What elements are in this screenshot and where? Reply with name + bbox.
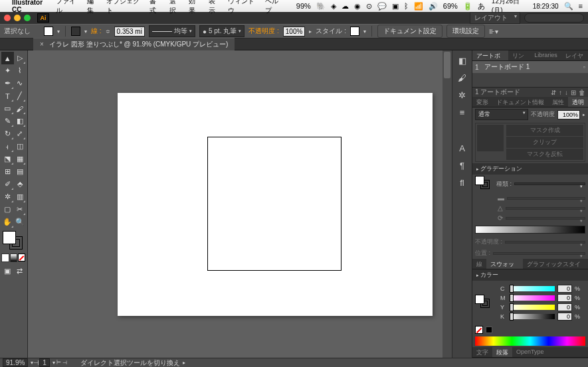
new-artboard-icon[interactable]: ⊞ — [571, 89, 576, 96]
brush-picker[interactable]: ●5 pt. 丸筆▾ — [199, 25, 245, 37]
shape-builder-tool[interactable]: ⬔ — [1, 153, 14, 165]
eraser-tool[interactable]: ◧ — [14, 115, 27, 127]
mesh-tool[interactable]: ⊞ — [1, 165, 14, 178]
move-down-icon[interactable]: ↓ — [565, 89, 568, 96]
spotlight-icon[interactable]: 🔍 — [564, 2, 573, 11]
dropbox-icon[interactable]: ◈ — [331, 2, 336, 11]
chat-icon[interactable]: ◉ — [354, 2, 361, 11]
magic-wand-tool[interactable]: ✦ — [1, 64, 14, 77]
yellow-slider[interactable] — [510, 305, 555, 310]
canvas[interactable] — [28, 50, 452, 358]
magenta-value[interactable]: 0 — [557, 294, 572, 302]
color-mode-icon[interactable] — [1, 254, 9, 262]
color-panel-header[interactable]: カラー — [472, 269, 588, 281]
brush-tool[interactable]: 🖌 — [14, 102, 27, 115]
artboard-tool[interactable]: ▢ — [1, 203, 14, 216]
opacity-value[interactable]: 100% — [557, 110, 580, 119]
sync-icon[interactable]: ⊙ — [366, 2, 372, 11]
char-panel-icon[interactable]: A — [456, 142, 469, 154]
ime-icon[interactable]: あ — [478, 1, 485, 11]
shaper-tool[interactable]: ✎ — [1, 115, 14, 127]
scale-tool[interactable]: ⤢ — [14, 127, 27, 140]
tab-graphic-styles[interactable]: グラフィックスタイル — [523, 259, 588, 269]
graph-tool[interactable]: ▥ — [14, 190, 27, 203]
artboard-row[interactable]: 1 アートボード 1 ▫ — [472, 61, 588, 73]
zoom-window[interactable] — [24, 15, 31, 21]
fill-stroke-control[interactable] — [1, 231, 26, 252]
gradient-fillstroke[interactable] — [475, 176, 494, 192]
black-swatch-icon[interactable] — [486, 327, 492, 333]
paragraph-panel-icon[interactable]: ¶ — [456, 159, 469, 171]
stroke-profile[interactable]: 均等▾ — [149, 25, 195, 37]
none-color-icon[interactable] — [475, 326, 483, 334]
blend-mode-select[interactable]: 通常 — [475, 109, 528, 120]
tab-transparency[interactable]: 透明 — [568, 97, 588, 107]
menu-edit[interactable]: 編集 — [87, 0, 99, 15]
brushes-panel-icon[interactable]: 🖌 — [456, 72, 469, 84]
zoom-field[interactable]: 91.9% — [3, 358, 28, 367]
symbol-sprayer-tool[interactable]: ✲ — [1, 190, 14, 203]
tab-docinfo[interactable]: ドキュメント情報 — [492, 97, 548, 107]
artboard-options-icon[interactable]: ▫ — [583, 64, 585, 70]
document-tab[interactable]: × イラレ 図形 塗りつぶし* @ 91.9% (CMYK/GPU プレビュー) — [33, 38, 235, 50]
tab-swatches[interactable]: スウォッチ — [486, 259, 523, 269]
rotate-tool[interactable]: ↻ — [1, 127, 14, 140]
tab-stroke[interactable]: 線 — [472, 259, 486, 269]
vertical-scrollbar[interactable] — [442, 50, 452, 358]
line-icon[interactable]: 💬 — [377, 2, 387, 11]
yellow-value[interactable]: 0 — [557, 303, 572, 311]
type-tool[interactable]: T — [1, 90, 14, 102]
workspace-switcher[interactable]: レイアウト — [470, 12, 520, 24]
menu-file[interactable]: ファイル — [56, 0, 79, 15]
stroke-weight-field[interactable]: 0.353 mi — [114, 27, 145, 37]
app-name[interactable]: Illustrator CC — [12, 0, 49, 13]
gradient-mode-icon[interactable] — [10, 254, 18, 262]
symbols-panel-icon[interactable]: ✲ — [456, 89, 469, 101]
cyan-value[interactable]: 0 — [557, 285, 572, 293]
rearrange-icon[interactable]: ⇵ — [551, 89, 556, 96]
menu-help[interactable]: ヘルプ — [265, 0, 282, 15]
minimize-window[interactable] — [14, 15, 21, 21]
gradient-type-select[interactable] — [514, 183, 585, 185]
color-guide-icon[interactable]: ◧ — [456, 54, 469, 66]
menu-effect[interactable]: 効果 — [189, 0, 201, 15]
menu-icon[interactable]: ≡ — [579, 2, 583, 10]
search-field[interactable] — [524, 13, 584, 23]
close-window[interactable] — [4, 15, 11, 21]
move-up-icon[interactable]: ↑ — [559, 89, 562, 96]
tab-transform[interactable]: 変形 — [472, 97, 492, 107]
zoom-tool[interactable]: 🔍 — [14, 216, 27, 228]
page-field[interactable]: 1 — [39, 358, 50, 367]
line-tool[interactable]: ╱ — [14, 90, 27, 102]
black-slider[interactable] — [510, 314, 555, 319]
bluetooth-icon[interactable]: ᛒ — [404, 2, 409, 10]
doc-setup-button[interactable]: ドキュメント設定 — [377, 25, 442, 38]
perspective-tool[interactable]: ▦ — [14, 153, 27, 165]
screen-mode-toggle[interactable]: ⇄ — [14, 265, 27, 277]
slice-tool[interactable]: ✂ — [14, 203, 27, 216]
wifi-icon[interactable]: 📶 — [414, 2, 423, 11]
magenta-slider[interactable] — [510, 295, 555, 301]
eyedropper-tool[interactable]: ✐ — [1, 178, 14, 190]
style-swatch[interactable] — [350, 27, 359, 36]
gradient-tool[interactable]: ▤ — [14, 165, 27, 178]
camera-icon[interactable]: ▣ — [392, 2, 399, 11]
black-value[interactable]: 0 — [557, 313, 572, 321]
stroke-swatch[interactable] — [71, 27, 80, 36]
volume-icon[interactable]: 🔊 — [429, 2, 438, 11]
menu-view[interactable]: 表示 — [209, 0, 221, 15]
rectangle-shape[interactable] — [207, 137, 342, 271]
rectangle-tool[interactable]: ▭ — [1, 102, 14, 115]
width-tool[interactable]: ⫞ — [1, 140, 14, 153]
gradient-ramp[interactable] — [475, 226, 585, 234]
blend-tool[interactable]: ⬘ — [14, 178, 27, 190]
tab-artboards[interactable]: アートボード — [472, 50, 508, 60]
align-icon[interactable]: ⊪▾ — [489, 28, 498, 35]
fill-swatch[interactable] — [44, 27, 53, 36]
direct-selection-tool[interactable]: ▷ — [14, 52, 27, 64]
none-mode-icon[interactable] — [18, 254, 25, 261]
evernote-icon[interactable]: 🐘 — [316, 2, 326, 11]
hand-tool[interactable]: ✋ — [1, 216, 14, 228]
gradient-panel-header[interactable]: グラデーション — [472, 163, 588, 175]
tab-links[interactable]: リンク — [508, 50, 530, 60]
